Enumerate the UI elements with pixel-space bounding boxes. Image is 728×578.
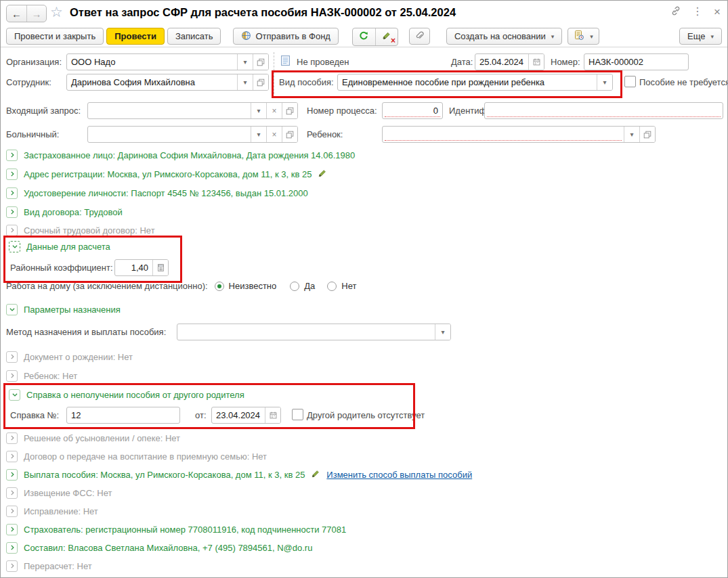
certificate-date-field[interactable]: 23.04.2024 — [211, 407, 281, 424]
benefit-type-value[interactable]: Единовременное пособие при рождении ребе… — [338, 74, 597, 90]
edit-pencil-icon[interactable] — [318, 169, 327, 180]
send-to-fund-button[interactable]: Отправить в Фонд — [233, 28, 338, 45]
refresh-button[interactable] — [353, 28, 375, 45]
post-button[interactable]: Провести — [106, 28, 165, 45]
attachments-button[interactable] — [409, 28, 430, 45]
assignment-params-header[interactable]: Параметры назначения — [24, 305, 121, 315]
cancel-posting-button[interactable]: × — [375, 28, 398, 45]
certificate-date-value[interactable]: 23.04.2024 — [212, 407, 265, 423]
expand-icon[interactable] — [6, 150, 18, 161]
child-value[interactable] — [383, 127, 624, 142]
more-button[interactable]: Еще ▾ — [679, 28, 722, 45]
date-value[interactable]: 25.04.2024 — [475, 54, 528, 70]
sick-leave-field[interactable]: ▾ × — [87, 126, 298, 143]
radio-yes-label[interactable]: Да — [304, 281, 315, 291]
number-value[interactable]: НАЗК-000002 — [584, 54, 688, 70]
employee-field[interactable]: Даринова София Михайловна ▾ — [66, 74, 269, 91]
clear-icon[interactable]: × — [266, 127, 282, 142]
insured-person-summary[interactable]: Застрахованное лицо: Даринова София Миха… — [24, 150, 355, 160]
more-menu-icon[interactable]: ⋮ — [692, 6, 703, 17]
other-parent-absent-checkbox[interactable] — [292, 409, 303, 420]
collapse-icon[interactable] — [6, 304, 18, 315]
date-field[interactable]: 25.04.2024 — [475, 53, 544, 70]
organization-field[interactable]: ООО Надо ▾ — [66, 53, 269, 70]
certificate-header[interactable]: Справка о неполучении пособия от другого… — [26, 390, 244, 400]
benefit-not-required-checkbox[interactable] — [624, 76, 636, 87]
expand-icon[interactable] — [6, 560, 18, 572]
identity-document-summary[interactable]: Удостоверение личности: Паспорт 4545 № 1… — [24, 188, 308, 198]
calculator-icon[interactable] — [152, 260, 168, 275]
expand-icon[interactable] — [6, 487, 18, 499]
expand-icon[interactable] — [6, 524, 18, 535]
expand-icon[interactable] — [6, 370, 18, 382]
radio-yes[interactable] — [290, 282, 299, 291]
open-icon[interactable] — [282, 103, 297, 118]
radio-no-label[interactable]: Нет — [341, 281, 356, 291]
incoming-request-value[interactable] — [88, 103, 251, 118]
identifier-field[interactable] — [484, 102, 723, 119]
expand-icon[interactable] — [6, 542, 18, 554]
registration-address-summary[interactable]: Адрес регистрации: Москва, ул Римского-К… — [24, 169, 312, 179]
certificate-number-value[interactable]: 12 — [67, 407, 179, 423]
open-icon[interactable] — [639, 127, 655, 142]
dropdown-arrow-icon[interactable]: ▾ — [237, 74, 253, 90]
expand-icon[interactable] — [6, 506, 18, 517]
dropdown-arrow-icon[interactable]: ▾ — [251, 127, 266, 142]
dropdown-arrow-icon[interactable]: ▾ — [435, 324, 450, 340]
clear-icon[interactable]: × — [266, 103, 282, 118]
organization-value[interactable]: ООО Надо — [67, 54, 237, 70]
change-payment-method-link[interactable]: Изменить способ выплаты пособий — [326, 470, 472, 480]
expand-icon[interactable] — [6, 351, 18, 363]
calendar-icon[interactable] — [528, 54, 544, 70]
write-button[interactable]: Записать — [167, 28, 221, 45]
open-icon[interactable] — [282, 127, 297, 142]
calendar-icon[interactable] — [265, 407, 280, 423]
process-number-field[interactable]: 0 — [382, 102, 443, 119]
dropdown-arrow-icon[interactable]: ▾ — [624, 127, 639, 142]
assignment-method-field[interactable]: ▾ — [177, 324, 451, 340]
dropdown-arrow-icon[interactable]: ▾ — [597, 74, 612, 90]
author-summary[interactable]: Составил: Власова Светлана Михайловна, +… — [24, 543, 312, 553]
contract-type-summary[interactable]: Вид договора: Трудовой — [24, 207, 123, 217]
benefit-type-field[interactable]: Единовременное пособие при рождении ребе… — [337, 74, 613, 91]
back-arrow-icon: ← — [12, 8, 22, 20]
sick-leave-value[interactable] — [88, 127, 251, 142]
back-button[interactable]: ← — [7, 5, 26, 22]
open-icon[interactable] — [253, 54, 268, 70]
expand-icon[interactable] — [6, 225, 18, 236]
favorites-star-icon[interactable]: ☆ — [50, 4, 63, 20]
dropdown-arrow-icon[interactable]: ▾ — [251, 103, 266, 118]
collapse-icon[interactable] — [9, 241, 20, 252]
document-history-button[interactable]: ▾ — [568, 28, 599, 45]
assignment-method-value[interactable] — [177, 324, 435, 340]
insurer-summary[interactable]: Страхователь: регистрационный номер 7708… — [24, 525, 346, 535]
child-field[interactable]: ▾ — [382, 126, 656, 143]
expand-icon[interactable] — [6, 169, 18, 180]
expand-icon[interactable] — [6, 469, 18, 481]
expand-icon[interactable] — [6, 432, 18, 444]
radio-unknown-label[interactable]: Неизвестно — [229, 281, 277, 291]
dropdown-arrow-icon[interactable]: ▾ — [237, 54, 253, 70]
incoming-request-field[interactable]: ▾ × — [87, 102, 298, 119]
create-based-on-button[interactable]: Создать на основании ▾ — [446, 28, 562, 45]
get-link-icon[interactable] — [670, 5, 681, 18]
calc-data-header[interactable]: Данные для расчета — [26, 242, 110, 252]
expand-icon[interactable] — [6, 187, 18, 199]
district-coefficient-field[interactable]: 1,40 — [114, 259, 169, 276]
expand-icon[interactable] — [6, 206, 18, 218]
expand-icon[interactable] — [6, 451, 18, 462]
number-field[interactable]: НАЗК-000002 — [584, 53, 689, 70]
close-icon[interactable]: × — [714, 6, 721, 18]
employee-value[interactable]: Даринова София Михайловна — [67, 74, 237, 90]
radio-no[interactable] — [327, 282, 337, 291]
radio-unknown[interactable] — [215, 282, 224, 291]
edit-pencil-icon[interactable] — [311, 469, 320, 481]
post-and-close-button[interactable]: Провести и закрыть — [6, 28, 104, 45]
forward-button[interactable]: → — [26, 5, 46, 22]
open-icon[interactable] — [253, 74, 268, 90]
certificate-number-field[interactable]: 12 — [66, 407, 180, 424]
paperclip-icon — [414, 30, 425, 43]
benefit-payment-summary[interactable]: Выплата пособия: Москва, ул Римского-Кор… — [24, 470, 305, 480]
collapse-icon[interactable] — [9, 389, 20, 401]
district-coefficient-value[interactable]: 1,40 — [115, 260, 152, 275]
